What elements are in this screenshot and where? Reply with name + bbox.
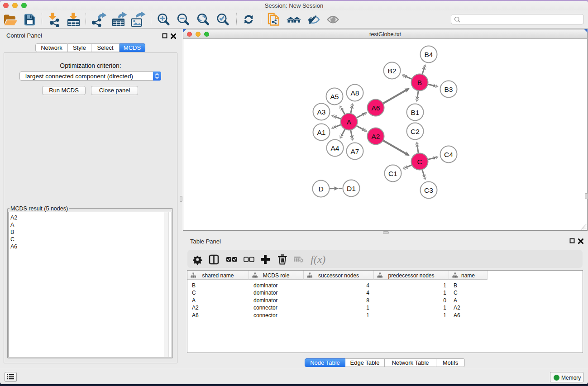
svg-text:f(x): f(x) (311, 253, 325, 265)
